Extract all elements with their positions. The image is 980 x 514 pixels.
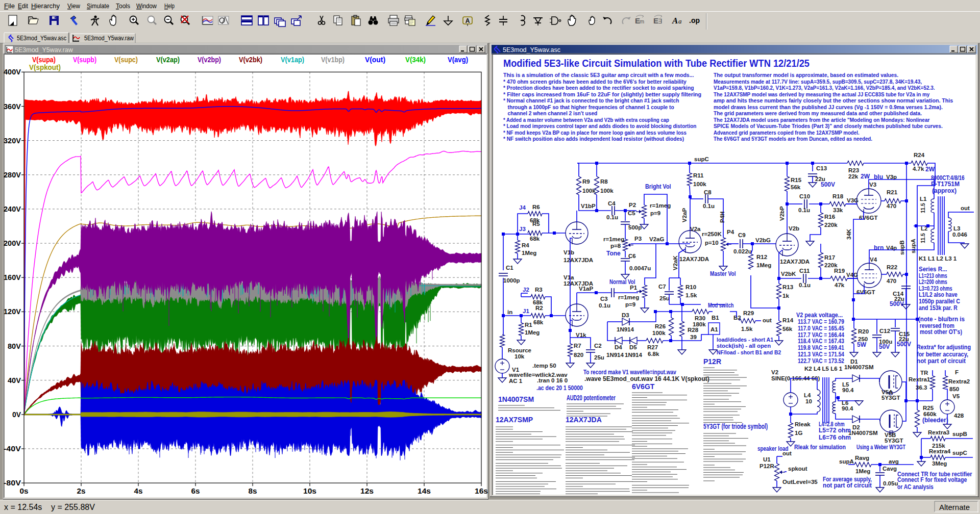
svg-text:R7: R7 — [574, 343, 581, 349]
svg-text:File: File — [4, 2, 15, 10]
svg-text:K1 L1 L2 L3 1: K1 L1 L2 L3 1 — [919, 255, 957, 262]
svg-text:Rextra2: Rextra2 — [948, 378, 970, 384]
svg-text:V2aK: V2aK — [672, 255, 678, 270]
svg-text:68k: 68k — [530, 236, 540, 242]
svg-text:16s: 16s — [475, 486, 488, 495]
svg-text:500V: 500V — [897, 341, 911, 348]
svg-text:1Meg: 1Meg — [756, 262, 771, 268]
svg-text:Hierarchy: Hierarchy — [31, 2, 60, 10]
svg-text:D5: D5 — [629, 344, 637, 350]
svg-text:100k: 100k — [693, 181, 706, 187]
svg-text:p=10: p=10 — [705, 240, 719, 246]
svg-text:1N4007SM: 1N4007SM — [844, 364, 874, 370]
svg-text:1Meg: 1Meg — [855, 468, 870, 474]
svg-text:V3: V3 — [869, 182, 876, 188]
svg-text:Bright Vol: Bright Vol — [645, 183, 671, 190]
svg-text:C10: C10 — [799, 193, 810, 199]
svg-text:10s: 10s — [303, 486, 316, 495]
svg-text:Normal Vol: Normal Vol — [609, 278, 635, 286]
svg-text:V2 peak voltage...: V2 peak voltage... — [796, 312, 843, 319]
svg-text:1G: 1G — [795, 430, 802, 436]
svg-text:R3: R3 — [535, 287, 543, 293]
svg-text:33k: 33k — [833, 207, 843, 213]
svg-text:Rleak: Rleak — [795, 421, 811, 427]
svg-text:5E3mod_Y5wav.raw: 5E3mod_Y5wav.raw — [15, 46, 74, 54]
svg-text:* Filter caps increased from 1: * Filter caps increased from 16uF to 22u… — [503, 91, 701, 97]
svg-text:Tools: Tools — [116, 2, 130, 10]
svg-text:C5: C5 — [628, 210, 635, 216]
svg-text:spkout: spkout — [788, 466, 807, 472]
svg-text:12AX7JDA: 12AX7JDA — [564, 257, 593, 263]
svg-text:R27: R27 — [647, 344, 658, 350]
svg-text:V4: V4 — [870, 256, 877, 263]
svg-text:a: a — [678, 17, 682, 25]
svg-text:C12: C12 — [879, 328, 890, 334]
svg-text:V1b: V1b — [564, 249, 574, 255]
svg-text:4s: 4s — [134, 486, 143, 495]
svg-text:Advanced grid parameters copie: Advanced grid parameters copied from the… — [714, 130, 860, 136]
svg-text:1N914: 1N914 — [617, 326, 634, 332]
svg-text:R13: R13 — [782, 284, 793, 290]
svg-text:C13: C13 — [816, 165, 827, 171]
svg-text:6.8k: 6.8k — [648, 351, 659, 357]
svg-text:C11: C11 — [799, 268, 810, 274]
svg-text:V5: V5 — [952, 393, 960, 399]
svg-text:1N4007SM: 1N4007SM — [498, 395, 534, 403]
svg-text:1N914: 1N914 — [625, 352, 642, 358]
svg-text:V2bG: V2bG — [755, 237, 771, 243]
svg-text:x = 12.54s y = 255.88V: x = 12.54s y = 255.88V — [4, 503, 95, 511]
svg-text:V(v1ap): V(v1ap) — [281, 55, 304, 64]
svg-text:To record make V1 wavefile=inp: To record make V1 wavefile=input.wav — [583, 369, 676, 376]
svg-text:5Y3GT: 5Y3GT — [885, 438, 903, 444]
svg-text:out: out — [782, 450, 792, 456]
svg-text:40V: 40V — [8, 376, 21, 384]
svg-text:400V: 400V — [4, 67, 21, 76]
svg-text:0.1u: 0.1u — [703, 203, 715, 209]
svg-text:5E3mod_Y5wav.raw: 5E3mod_Y5wav.raw — [84, 34, 134, 42]
svg-text:P4H: P4H — [719, 212, 725, 223]
svg-text:P12R: P12R — [703, 357, 721, 366]
svg-text:for better accuracy,: for better accuracy, — [917, 351, 968, 358]
svg-text:0.046: 0.046 — [952, 232, 967, 238]
svg-text:V2bK: V2bK — [781, 271, 796, 277]
svg-text:P3: P3 — [634, 236, 642, 242]
svg-text:Alternate: Alternate — [939, 503, 970, 511]
svg-text:SPICE Models of Vacuum-Tube Tr: SPICE Models of Vacuum-Tube Triodes (Par… — [714, 123, 943, 129]
svg-text:brn: brn — [874, 244, 884, 251]
svg-text:4.7k: 4.7k — [913, 166, 924, 172]
svg-text:R16: R16 — [824, 214, 835, 220]
svg-text:220k: 220k — [824, 222, 838, 228]
svg-text:120V: 120V — [4, 307, 21, 316]
svg-text:V2a: V2a — [690, 226, 701, 232]
svg-text:11.5: 11.5 — [920, 203, 926, 213]
svg-text:R8: R8 — [600, 178, 608, 185]
svg-text:A: A — [672, 16, 678, 25]
svg-text:0V: 0V — [12, 410, 21, 419]
svg-text:V4G: V4G — [846, 272, 858, 278]
svg-text:R14: R14 — [782, 317, 794, 323]
svg-text:The 12AX7SMP model was derived: The 12AX7SMP model was derived by measur… — [714, 91, 930, 97]
svg-text:R25: R25 — [923, 405, 934, 411]
svg-text:428: 428 — [954, 413, 964, 419]
svg-text:not part of circuit: not part of circuit — [917, 357, 966, 365]
svg-text:R5: R5 — [532, 221, 540, 227]
svg-text:Window: Window — [136, 2, 157, 10]
svg-text:280V: 280V — [4, 170, 21, 179]
svg-text:V(v1bp): V(v1bp) — [321, 55, 345, 64]
svg-text:Rleak for simulation: Rleak for simulation — [794, 444, 846, 451]
svg-text:200V: 200V — [4, 239, 21, 247]
svg-text:supC: supC — [952, 450, 967, 456]
svg-text:R4: R4 — [522, 242, 529, 248]
svg-text:Rsource: Rsource — [508, 347, 531, 353]
svg-text:D3: D3 — [622, 312, 629, 318]
svg-text:36.3: 36.3 — [916, 384, 927, 391]
svg-text:V(v2ap): V(v2ap) — [156, 55, 180, 64]
svg-text:0.0047u: 0.0047u — [629, 265, 651, 271]
svg-text:V1bP: V1bP — [581, 203, 596, 209]
svg-text:12AX7SMP: 12AX7SMP — [496, 416, 533, 424]
svg-text:R9: R9 — [582, 178, 590, 185]
svg-text:channel 2 when channel 2 isn't: channel 2 when channel 2 isn't used — [503, 110, 597, 116]
svg-text:J3: J3 — [519, 226, 526, 232]
svg-text:out: out — [961, 205, 970, 211]
svg-text:supB: supB — [952, 431, 967, 437]
